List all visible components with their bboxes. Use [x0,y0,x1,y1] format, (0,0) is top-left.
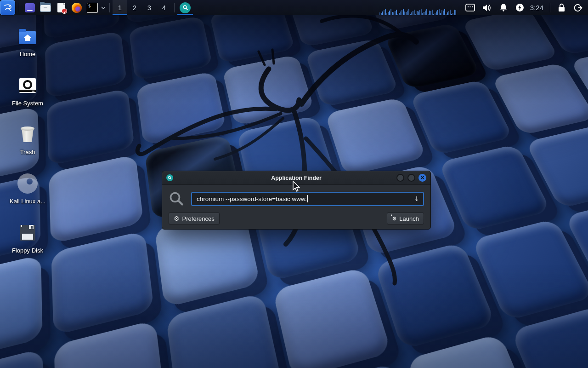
file-system-drive-icon [19,78,36,93]
cpu-graph-bar [441,10,442,15]
lock-screen-button[interactable] [556,0,567,15]
panel-separator [19,3,19,12]
desktop-icon-label: Trash [5,149,51,155]
volume-tray-icon[interactable] [481,0,492,15]
notifications-bell-icon[interactable] [498,0,509,15]
preferences-gear-icon: ⚙ [174,215,180,222]
preferences-label: Preferences [182,215,215,222]
desktop-icon-label: File System [5,100,51,107]
firefox-icon [72,3,82,13]
window-icon [166,174,173,181]
text-caret [307,195,308,202]
cpu-graph-bar [408,9,409,15]
launcher-desktop-app[interactable] [23,0,37,15]
text-editor-icon [57,3,65,12]
minimize-button[interactable] [396,174,404,182]
close-button[interactable]: ✕ [418,174,426,182]
cpu-graph-bar [439,9,440,15]
workspace-1-label: 1 [118,4,122,12]
top-panel: $_ 1 2 3 4 [0,0,588,15]
desktop-icon-home[interactable]: Home [5,25,51,58]
workspace-2-label: 2 [133,4,136,12]
cpu-graph-bar [410,14,411,15]
search-icon [169,191,184,207]
cpu-graph-bar [403,9,404,15]
kali-logo-icon [3,3,13,13]
wallpaper-cube [136,71,226,145]
cpu-graph-bar [395,11,396,15]
terminal-icon: $_ [87,3,98,13]
launch-gear-icon: ⚙ [392,216,396,221]
desktop-icon-trash[interactable]: Trash [5,123,51,155]
cpu-graph-bar [450,10,451,15]
cpu-graph-bar [401,10,402,15]
workspace-3-button[interactable]: 3 [142,0,157,15]
workspace-1-button[interactable]: 1 [113,0,127,15]
cpu-graph [379,0,458,15]
cpu-graph-bar [397,14,398,15]
taskbar-application-finder[interactable] [177,0,193,15]
cpu-graph-bar [385,9,386,15]
cpu-graph-bar [415,14,416,15]
wallpaper-cube [51,230,154,335]
network-tray-icon[interactable] [465,0,476,15]
desktop-app-icon [25,3,35,12]
desktop-icon-kali-volume[interactable]: Kali Linux a... [5,172,51,205]
cpu-graph-bar [426,9,427,15]
mouse-cursor [292,181,302,193]
cpu-graph-bar [388,12,389,15]
workspace-3-label: 3 [147,4,151,12]
workspace-2-button[interactable]: 2 [127,0,142,15]
wallpaper-cube [129,16,213,81]
launcher-file-manager[interactable] [39,0,52,15]
cpu-graph-bar [425,11,426,15]
file-manager-icon [40,3,51,12]
desktop: $_ 1 2 3 4 [0,0,588,368]
launch-button[interactable]: ⚙ Launch [387,213,424,224]
launcher-text-editor[interactable] [54,0,68,15]
launch-label: Launch [399,215,419,222]
wallpaper-cube [49,154,144,244]
cpu-graph-bar [448,11,449,15]
preferences-button[interactable]: ⚙ Preferences [169,213,220,224]
cpu-graph-bar [386,13,387,15]
application-finder-window: Application Finder ✕ chromium --password… [162,171,431,230]
wallpaper-cube [272,267,392,368]
applications-menu-button[interactable] [0,0,15,15]
cpu-graph-bar [406,12,407,15]
cpu-graph-bar [418,12,419,15]
cpu-graph-bar [433,14,434,15]
panel-separator [550,3,550,12]
cpu-graph-bar [428,14,429,15]
panel-separator [109,3,110,12]
maximize-button[interactable] [407,174,415,182]
cpu-graph-bar [435,13,435,15]
desktop-icon-file-system[interactable]: File System [5,75,51,107]
system-tray: 3:24 [379,0,588,15]
wallpaper-cube [0,255,43,365]
cpu-graph-bar [429,11,430,15]
workspace-4-button[interactable]: 4 [157,0,171,15]
wallpaper-cube [222,54,314,126]
cpu-graph-bar [424,12,424,15]
dropdown-arrow-icon[interactable]: ↓ [414,195,419,202]
cpu-graph-bar [393,12,394,15]
cpu-graph-bar [390,9,391,15]
power-manager-icon[interactable] [514,0,526,15]
cpu-graph-bar [399,13,400,15]
cpu-graph-bar [452,13,453,15]
cpu-graph-bar [381,13,382,15]
launcher-terminal[interactable]: $_ [85,0,99,15]
close-icon: ✕ [420,175,424,180]
cpu-graph-bar [444,9,445,15]
window-title: Application Finder [162,175,430,181]
desktop-icon-floppy-disk[interactable]: Floppy Disk [5,222,51,254]
logout-button[interactable] [572,0,583,15]
wallpaper-cube [47,88,135,166]
wallpaper-cube [305,38,399,107]
wallpaper-cube [325,97,427,176]
launcher-firefox[interactable] [70,0,84,15]
launcher-dropdown-chevron[interactable] [100,0,107,15]
panel-clock[interactable]: 3:24 [530,4,543,12]
command-input[interactable]: chromium --password-store=basic www. ↓ [191,192,424,206]
